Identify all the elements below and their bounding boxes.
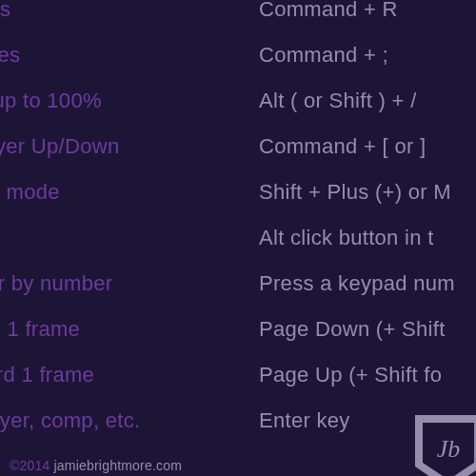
action-label: w guides (0, 32, 259, 78)
action-label: e a Layer Up/Down (0, 124, 259, 169)
footer-url: jamiebrightmore.com (54, 458, 183, 473)
shortcuts-column: Command + R Command + ; Alt ( or Shift )… (259, 0, 476, 444)
action-label: ct layer by number (0, 261, 259, 307)
shortcut-label: Command + R (259, 0, 476, 32)
shortcut-label: Command + [ or ] (259, 124, 476, 169)
shortcut-label: Page Down (+ Shift (259, 307, 476, 352)
shortcut-label: Alt click button in t (259, 215, 476, 261)
action-label: iewer up to 100% (0, 78, 259, 124)
action-label: w rulers (0, 0, 259, 32)
actions-column: w rulers w guides iewer up to 100% e a L… (0, 0, 259, 444)
copyright-text: ©2014 (10, 458, 50, 473)
action-label: ame layer, comp, etc. (0, 398, 259, 444)
footer: ©2014 jamiebrightmore.com (10, 459, 182, 472)
shortcut-table: w rulers w guides iewer up to 100% e a L… (0, 0, 476, 444)
svg-text:Jb: Jb (437, 435, 461, 463)
action-label: e tools (0, 215, 259, 261)
brand-logo-icon: Jb (411, 411, 476, 476)
shortcut-label: Page Up (+ Shift fo (259, 352, 476, 398)
shortcut-label: Press a keypad num (259, 261, 476, 307)
shortcut-label: Alt ( or Shift ) + / (259, 78, 476, 124)
action-label: ackward 1 frame (0, 352, 259, 398)
shortcut-label: Command + ; (259, 32, 476, 78)
action-label: e layer mode (0, 169, 259, 215)
action-label: orward 1 frame (0, 307, 259, 352)
shortcut-label: Shift + Plus (+) or M (259, 169, 476, 215)
